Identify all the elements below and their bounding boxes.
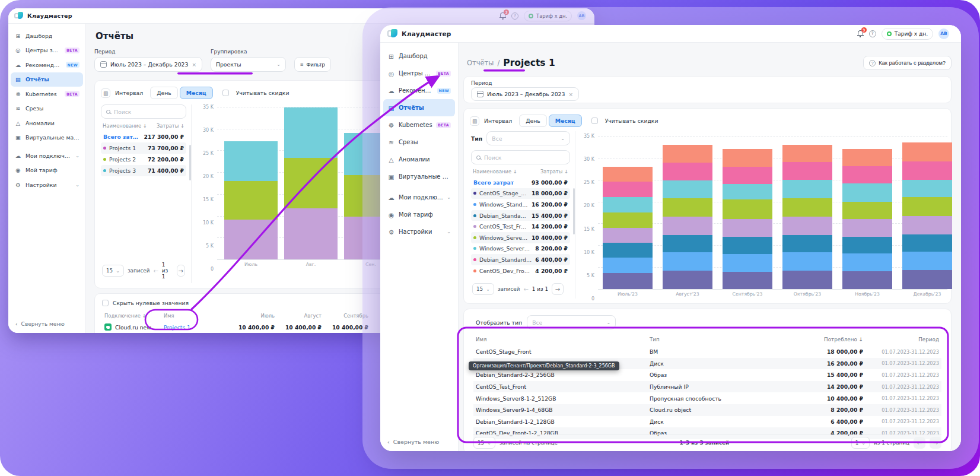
- sidebar-item[interactable]: ▤ Отчёты: [11, 72, 83, 87]
- notifications-bell-icon[interactable]: 3: [499, 12, 506, 19]
- section-help-button[interactable]: ? Как работать с разделом?: [863, 56, 952, 70]
- name-column-header[interactable]: Наименование ↓: [473, 169, 517, 174]
- page-size-select[interactable]: 15⌄: [472, 283, 494, 295]
- list-item[interactable]: CentOS_Test_Front 14 200,00 ₽: [471, 221, 570, 232]
- name-column-header[interactable]: Наименование ↓: [103, 123, 147, 129]
- breadcrumb-reports-link[interactable]: Отчёты: [467, 59, 494, 67]
- list-item[interactable]: Windows_Server8-1-2_5… 10 400,00 ₽: [471, 232, 570, 243]
- search-box[interactable]: Поиск: [101, 104, 186, 119]
- table-row[interactable]: CentOS_Test_Front Публичный IP 14 200,00…: [473, 381, 941, 393]
- sidebar-item[interactable]: ☁ Рекомендации NEW: [11, 58, 83, 72]
- consumed-column-header[interactable]: Потреблено ↓: [798, 337, 863, 342]
- name-column-header[interactable]: Имя: [164, 313, 228, 319]
- table-row[interactable]: Debian_Standard-1-2_128GB Диск 6 400,00 …: [473, 416, 941, 428]
- sidebar-item[interactable]: ≋ Срезы: [11, 101, 83, 116]
- type-select[interactable]: Все ⌄: [486, 131, 570, 145]
- chart-bar[interactable]: [782, 136, 832, 289]
- list-item[interactable]: Debian_Standard-2-3_2… 15 400,00 ₽: [471, 210, 570, 221]
- tariff-button[interactable]: Тариф х дн.: [882, 28, 933, 40]
- tariff-button[interactable]: Тариф х дн.: [524, 11, 572, 21]
- sidebar-item[interactable]: ☸ Kubernetes BETA: [11, 87, 83, 101]
- clear-period-icon[interactable]: ×: [192, 62, 196, 68]
- sidebar-item[interactable]: △ Аномалии: [11, 116, 83, 131]
- brand[interactable]: Клаудмастер: [14, 12, 72, 20]
- cost-column-header[interactable]: Затраты ↓: [157, 123, 184, 129]
- sidebar-item[interactable]: ◎ Центры затрат BETA: [11, 43, 83, 58]
- prev-page-icon[interactable]: ←: [523, 286, 528, 293]
- august-column-header[interactable]: Август: [275, 313, 322, 319]
- sidebar-item[interactable]: ⊞ Дашборд: [11, 28, 83, 43]
- chart-bar[interactable]: [663, 136, 712, 289]
- discounts-checkbox[interactable]: [591, 118, 598, 124]
- interval-month-button[interactable]: Месяц: [549, 115, 582, 127]
- list-item[interactable]: Projects 2 72 200,00 ₽: [101, 154, 186, 165]
- filter-button[interactable]: ≡ Фильтр: [294, 57, 331, 72]
- period-column-header[interactable]: Период: [863, 337, 939, 342]
- sidebar-item[interactable]: ▣ Виртуальные машины: [383, 168, 455, 185]
- list-item[interactable]: Projects 1 73 700,00 ₽: [101, 142, 186, 154]
- list-item[interactable]: CentOS_Dev_Front-1-2_1… 4 200,00 ₽: [471, 265, 570, 277]
- page-size-select[interactable]: 15⌄: [473, 437, 495, 449]
- chart-bar[interactable]: [603, 136, 653, 289]
- september-column-header[interactable]: Сентябрь: [322, 313, 368, 319]
- prev-page-icon[interactable]: ←: [914, 437, 925, 449]
- next-page-icon[interactable]: →: [552, 283, 564, 295]
- next-page-icon[interactable]: →: [930, 437, 941, 449]
- sidebar-item[interactable]: ◉ Мой тариф: [11, 163, 83, 178]
- list-item[interactable]: Debian_Standard-1-2_12… 6 400,00 ₽: [471, 254, 570, 265]
- help-icon[interactable]: ?: [511, 12, 518, 20]
- cost-column-header[interactable]: Затраты ↓: [540, 169, 568, 174]
- clear-period-icon[interactable]: ×: [568, 91, 573, 97]
- table-row[interactable]: CentOS_Stage_Front ВМ 18 000,00 ₽ 01.07.…: [473, 346, 941, 358]
- page-number-select[interactable]: 1⌄: [851, 437, 870, 449]
- sidebar-item[interactable]: ⚙ Настройки ⌄: [11, 177, 83, 192]
- collapse-menu-button[interactable]: ‹ Свернуть меню: [387, 439, 439, 445]
- next-page-icon[interactable]: →: [177, 265, 185, 277]
- sidebar-item[interactable]: ☁ Рекомендации NEW: [383, 82, 455, 99]
- chart-bar[interactable]: [842, 136, 892, 289]
- sidebar-item[interactable]: ≋ Срезы: [383, 134, 455, 151]
- hide-zero-checkbox[interactable]: [102, 300, 109, 306]
- project-link[interactable]: Projects 1: [164, 324, 190, 331]
- july-column-header[interactable]: Июль: [228, 313, 275, 319]
- chart-bar[interactable]: [224, 107, 278, 259]
- scrollbar[interactable]: [189, 145, 191, 180]
- discounts-checkbox[interactable]: [222, 90, 229, 96]
- chart-bar[interactable]: [284, 107, 338, 259]
- table-row[interactable]: Windows_Server8-1-2_512GB Пропускная спо…: [473, 392, 941, 404]
- help-icon[interactable]: ?: [869, 30, 876, 37]
- interval-day-button[interactable]: День: [150, 87, 178, 99]
- name-column-header[interactable]: Имя: [476, 337, 650, 342]
- avatar[interactable]: АВ: [938, 28, 949, 39]
- period-chip[interactable]: Июль 2023 – Декабрь 2023 ×: [471, 87, 579, 101]
- list-item[interactable]: Windows_Server9-1-4_6… 8 200,00 ₽: [471, 243, 570, 255]
- table-row[interactable]: Debian_Standard-2-3_256GB Образ 15 400,0…: [473, 369, 941, 381]
- list-item[interactable]: CentOS_Stage_Front 18 000,00 ₽: [471, 188, 570, 199]
- sidebar-item[interactable]: ◉ Мой тариф: [383, 206, 455, 223]
- brand[interactable]: Клаудмастер: [387, 29, 451, 38]
- sidebar-item[interactable]: ▤ Отчёты: [383, 99, 455, 116]
- period-chip[interactable]: Июль 2023 – Декабрь 2023 ×: [94, 57, 202, 72]
- sidebar-item[interactable]: ◎ Центры затрат BETA: [383, 65, 455, 82]
- table-row[interactable]: Windows_Server9-1-4_68GB Cloud.ru object…: [473, 404, 941, 416]
- sidebar-item[interactable]: ⊞ Дашборд: [383, 47, 455, 65]
- grouping-select[interactable]: Проекты ⌄: [211, 57, 286, 72]
- prev-page-icon[interactable]: ←: [153, 268, 158, 274]
- sidebar-item[interactable]: ☁ Мои подключения ⌄: [383, 189, 455, 206]
- chart-bar[interactable]: [902, 136, 952, 289]
- interval-day-button[interactable]: День: [519, 115, 547, 127]
- scrollbar[interactable]: [573, 188, 575, 234]
- type-column-header[interactable]: Тип: [650, 337, 798, 342]
- page-size-select[interactable]: 15⌄: [102, 265, 124, 277]
- total-row[interactable]: Всего затрат 93 000,00 ₽: [471, 177, 570, 188]
- connection-column-header[interactable]: Подключение ↓: [102, 313, 164, 319]
- chart-bar[interactable]: [723, 136, 772, 289]
- collapse-menu-button[interactable]: ‹ Свернуть меню: [15, 321, 65, 327]
- sidebar-item[interactable]: ⚙ Настройки ⌄: [383, 223, 455, 240]
- notifications-bell-icon[interactable]: 3: [857, 30, 864, 37]
- search-box[interactable]: Поиск: [471, 150, 570, 164]
- list-item[interactable]: Windows_Standard-2-2_… 16 200,00 ₽: [471, 199, 570, 210]
- avatar[interactable]: АВ: [577, 11, 586, 20]
- sidebar-item[interactable]: △ Аномалии: [383, 151, 455, 168]
- display-type-select[interactable]: Все ⌄: [527, 315, 616, 329]
